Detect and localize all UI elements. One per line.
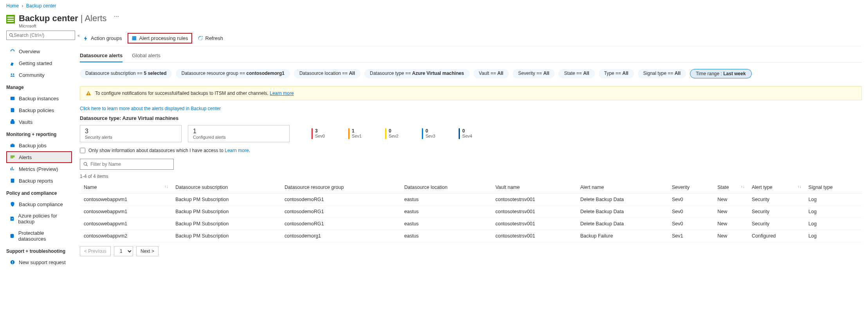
col-alert-type[interactable]: Alert type bbox=[748, 181, 805, 194]
sidebar-item-azure-policies-for-backup[interactable]: Azure policies for backup bbox=[6, 210, 72, 227]
severity-sev0[interactable]: 3Sev0 bbox=[312, 128, 325, 139]
sidebar-item-metrics-preview-[interactable]: Metrics (Preview) bbox=[6, 163, 72, 175]
breadcrumb-current[interactable]: Backup center bbox=[26, 3, 56, 9]
sidebar-item-label: Backup compliance bbox=[19, 201, 63, 207]
severity-sev1[interactable]: 1Sev1 bbox=[348, 128, 362, 139]
sidebar-item-backup-jobs[interactable]: Backup jobs bbox=[6, 140, 72, 151]
nav-heading: Policy and compliance bbox=[6, 190, 72, 196]
svg-point-1 bbox=[13, 74, 14, 75]
severity-sev4[interactable]: 0Sev4 bbox=[459, 128, 472, 139]
filter-pill-datasource-subscription[interactable]: Datasource subscription == 5 selected bbox=[80, 69, 172, 78]
filter-name-box[interactable] bbox=[80, 159, 174, 170]
action-groups-button[interactable]: Action groups bbox=[80, 34, 125, 43]
lightning-icon bbox=[83, 36, 88, 41]
sidebar-item-getting-started[interactable]: Getting started bbox=[6, 57, 72, 69]
col-vault[interactable]: Vault name bbox=[492, 181, 576, 194]
col-state[interactable]: State bbox=[713, 181, 748, 194]
search-box[interactable] bbox=[6, 31, 75, 40]
alert-processing-rules-button[interactable]: Alert processing rules bbox=[128, 33, 192, 44]
sidebar-item-label: Community bbox=[19, 72, 45, 78]
nav-heading: Monitoring + reporting bbox=[6, 132, 72, 137]
table-row[interactable]: contosowebappvm2Backup PM Subscriptionco… bbox=[80, 230, 862, 242]
sidebar-item-label: Vaults bbox=[19, 119, 32, 125]
filter-pill-vault[interactable]: Vault == All bbox=[474, 69, 509, 78]
search-icon bbox=[9, 33, 14, 38]
sidebar-item-label: Backup instances bbox=[19, 96, 59, 102]
svg-point-0 bbox=[11, 74, 13, 75]
severity-sev2[interactable]: 0Sev2 bbox=[385, 128, 398, 139]
overview-icon bbox=[9, 48, 16, 54]
col-severity[interactable]: Severity bbox=[668, 181, 713, 194]
configured-alerts-card[interactable]: 1 Configured alerts bbox=[188, 125, 290, 142]
sidebar-item-label: Backup policies bbox=[19, 107, 54, 113]
table-row[interactable]: contosowebappvm1Backup PM Subscriptionco… bbox=[80, 218, 862, 230]
filter-pill-signal-type[interactable]: Signal type == All bbox=[638, 69, 686, 78]
filter-pill-time-range[interactable]: Time range : Last week bbox=[690, 69, 752, 78]
tab-global-alerts[interactable]: Global alerts bbox=[132, 50, 160, 62]
backup-center-icon bbox=[6, 15, 15, 24]
sidebar-item-label: Overview bbox=[19, 49, 40, 54]
filter-pill-datasource-type[interactable]: Datasource type == Azure Virtual machine… bbox=[364, 69, 470, 78]
sidebar-item-backup-instances[interactable]: Backup instances bbox=[6, 92, 72, 104]
page-title: Backup center | Alerts bbox=[19, 13, 107, 24]
sidebar-item-backup-compliance[interactable]: Backup compliance bbox=[6, 198, 72, 210]
severity-bar-icon bbox=[385, 128, 386, 139]
learn-more-alerts-link[interactable]: Click here to learn more about the alert… bbox=[80, 105, 862, 113]
warning-icon bbox=[86, 91, 91, 96]
sidebar-item-protectable-datasources[interactable]: Protectable datasources bbox=[6, 227, 72, 245]
backup-jobs-icon bbox=[9, 142, 16, 149]
pager-page-select[interactable]: 1 bbox=[114, 246, 133, 256]
metrics-preview--icon bbox=[9, 166, 16, 172]
filter-pill-datasource-resource-group[interactable]: Datasource resource group == contosodemo… bbox=[176, 69, 290, 78]
severity-sev3[interactable]: 0Sev3 bbox=[422, 128, 435, 139]
alerts-table: Name Datasource subscription Datasource … bbox=[80, 181, 862, 242]
col-location[interactable]: Datasource location bbox=[400, 181, 492, 194]
col-subscription[interactable]: Datasource subscription bbox=[171, 181, 281, 194]
svg-rect-2 bbox=[11, 97, 15, 100]
filter-pill-state[interactable]: State == All bbox=[558, 69, 594, 78]
only-my-access-checkbox[interactable] bbox=[80, 148, 85, 153]
info-learn-more-link[interactable]: Learn more bbox=[270, 91, 294, 96]
pager-next-button[interactable]: Next > bbox=[136, 246, 158, 256]
form-icon bbox=[131, 36, 137, 41]
sidebar-item-community[interactable]: Community bbox=[6, 69, 72, 81]
sidebar-item-alerts[interactable]: Alerts bbox=[6, 151, 72, 163]
filter-pill-datasource-location[interactable]: Datasource location == All bbox=[294, 69, 360, 78]
pager-prev-button[interactable]: < Previous bbox=[80, 246, 111, 256]
result-count: 1-4 of 4 items bbox=[80, 174, 862, 179]
col-signal-type[interactable]: Signal type bbox=[805, 181, 862, 194]
page-subtitle: Microsoft bbox=[19, 24, 107, 28]
sidebar-item-backup-reports[interactable]: Backup reports bbox=[6, 175, 72, 187]
severity-bar-icon bbox=[348, 128, 349, 139]
col-alert-name[interactable]: Alert name bbox=[576, 181, 668, 194]
sidebar-item-overview[interactable]: Overview bbox=[6, 45, 72, 57]
refresh-button[interactable]: Refresh bbox=[194, 34, 227, 43]
more-menu-icon[interactable]: ⋯ bbox=[114, 13, 119, 19]
getting-started-icon bbox=[9, 60, 16, 66]
table-row[interactable]: contosowebappvm1Backup PM Subscriptionco… bbox=[80, 206, 862, 218]
sidebar-item-label: Azure policies for backup bbox=[18, 213, 69, 225]
sidebar-item-new-support-request[interactable]: New support request bbox=[6, 256, 72, 268]
security-alerts-card[interactable]: 3 Security alerts bbox=[80, 125, 182, 142]
severity-bar-icon bbox=[422, 128, 423, 139]
breadcrumb-home[interactable]: Home bbox=[6, 3, 19, 9]
filter-name-input[interactable] bbox=[90, 161, 170, 167]
col-name[interactable]: Name bbox=[80, 181, 171, 194]
tab-datasource-alerts[interactable]: Datasource alerts bbox=[80, 50, 122, 62]
sidebar-item-vaults[interactable]: Vaults bbox=[6, 116, 72, 128]
backup-compliance-icon bbox=[9, 201, 16, 207]
community-icon bbox=[9, 72, 16, 78]
col-resource-group[interactable]: Datasource resource group bbox=[281, 181, 400, 194]
filter-pill-type[interactable]: Type == All bbox=[599, 69, 634, 78]
sidebar-item-label: Backup jobs bbox=[19, 143, 47, 149]
filter-pill-severity[interactable]: Severity == All bbox=[513, 69, 555, 78]
new-support-request-icon bbox=[9, 259, 16, 265]
sidebar-item-backup-policies[interactable]: Backup policies bbox=[6, 104, 72, 116]
search-input[interactable] bbox=[14, 33, 72, 38]
alerts-icon bbox=[9, 154, 16, 160]
backup-instances-icon bbox=[9, 95, 16, 102]
table-row[interactable]: contosowebappvm1Backup PM Subscriptionco… bbox=[80, 194, 862, 206]
only-my-access-learn-link[interactable]: Learn more bbox=[225, 148, 249, 153]
sidebar-item-label: Metrics (Preview) bbox=[19, 166, 58, 172]
only-my-access-label: Only show information about datasources … bbox=[88, 148, 250, 153]
